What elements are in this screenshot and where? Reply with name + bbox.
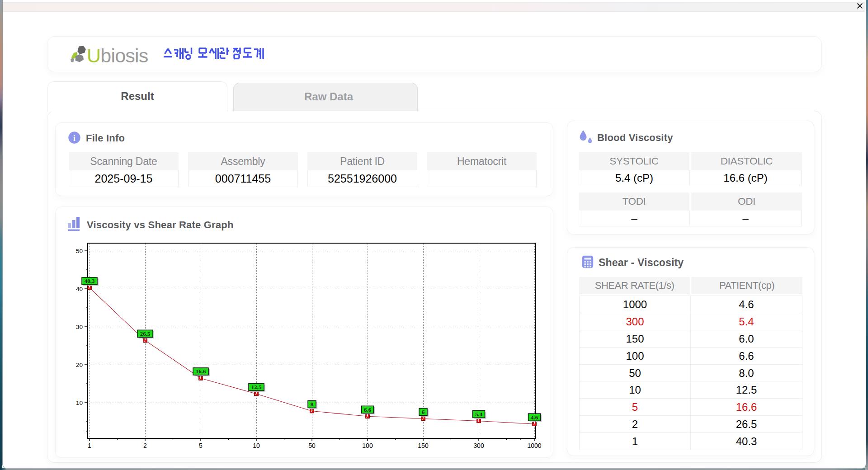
svg-text:i: i — [73, 133, 75, 143]
